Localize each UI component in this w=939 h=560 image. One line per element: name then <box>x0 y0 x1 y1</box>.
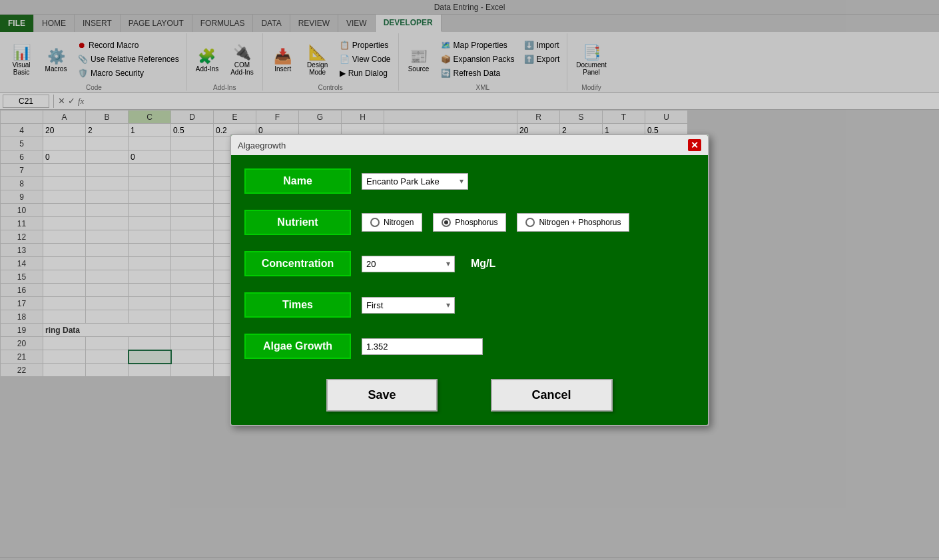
nitrogen-radio[interactable] <box>370 218 380 227</box>
nutrient-nitrogen-option[interactable]: Nitrogen <box>362 213 422 232</box>
both-label: Nitrogen + Phosphorus <box>539 218 621 227</box>
cancel-button[interactable]: Cancel <box>491 379 613 412</box>
phosphorus-radio[interactable] <box>442 218 451 227</box>
concentration-label-button[interactable]: Concentration <box>244 251 351 276</box>
algae-growth-input[interactable] <box>362 338 483 355</box>
times-value: First <box>366 300 446 310</box>
nutrient-both-option[interactable]: Nitrogen + Phosphorus <box>517 213 629 232</box>
save-button[interactable]: Save <box>326 379 437 412</box>
nutrient-label-button[interactable]: Nutrient <box>244 210 351 235</box>
nitrogen-label: Nitrogen <box>384 218 414 227</box>
dialog-name-row: Name Encanto Park Lake ▾ <box>244 168 695 194</box>
dialog-buttons: Save Cancel <box>244 379 695 412</box>
algaegrowth-dialog: Algaegrowth ✕ Name Encanto Park Lake ▾ N… <box>230 134 709 426</box>
concentration-dropdown-arrow-icon[interactable]: ▾ <box>446 259 450 268</box>
times-label-button[interactable]: Times <box>244 292 351 318</box>
name-dropdown-arrow-icon[interactable]: ▾ <box>460 176 464 186</box>
both-radio[interactable] <box>525 218 535 227</box>
dialog-overlay: Algaegrowth ✕ Name Encanto Park Lake ▾ N… <box>0 0 939 560</box>
name-dropdown-value: Encanto Park Lake <box>366 176 460 186</box>
concentration-unit: Mg/L <box>471 258 495 270</box>
nutrient-phosphorus-option[interactable]: Phosphorus <box>433 213 506 232</box>
name-label-button[interactable]: Name <box>244 168 351 194</box>
dialog-title-bar: Algaegrowth ✕ <box>231 135 708 155</box>
dialog-nutrient-row: Nutrient Nitrogen Phosphorus Nitrogen + … <box>244 210 695 235</box>
dialog-times-row: Times First ▾ <box>244 292 695 318</box>
phosphorus-label: Phosphorus <box>455 218 497 227</box>
dialog-title: Algaegrowth <box>238 140 286 150</box>
concentration-value: 20 <box>366 259 446 269</box>
times-dropdown-arrow-icon[interactable]: ▾ <box>446 300 450 310</box>
dialog-close-button[interactable]: ✕ <box>688 139 701 151</box>
dialog-concentration-row: Concentration 20 ▾ Mg/L <box>244 251 695 276</box>
algae-growth-label-button[interactable]: Algae Growth <box>244 334 351 359</box>
nutrient-options: Nitrogen Phosphorus Nitrogen + Phosphoru… <box>362 213 695 232</box>
dialog-algae-growth-row: Algae Growth <box>244 334 695 359</box>
